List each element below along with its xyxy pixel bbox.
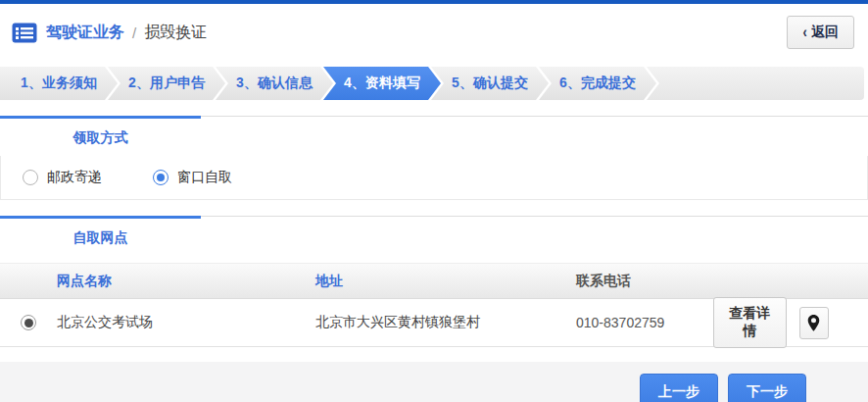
card-list-icon (12, 23, 37, 43)
option-label: 窗口自取 (177, 169, 232, 186)
step-label: 3、确认信息 (236, 75, 313, 92)
step-label: 4、资料填写 (344, 75, 420, 92)
step-label: 1、业务须知 (21, 75, 97, 92)
step-3-confirm-info[interactable]: 3、确认信息 (216, 67, 333, 100)
step-1-business-notice[interactable]: 1、业务须知 (0, 67, 118, 100)
option-postal-delivery[interactable]: 邮政寄递 (23, 169, 102, 186)
row-actions: 查看详情 (713, 297, 868, 348)
breadcrumb-service-title: 驾驶证业务 (46, 23, 124, 43)
section-tab-pickup-outlets: 自取网点 (0, 216, 201, 256)
row-radio-cell (0, 315, 57, 330)
back-button-label: 返回 (811, 24, 839, 41)
section-title: 领取方式 (73, 129, 128, 145)
step-label: 5、确认提交 (452, 75, 528, 92)
option-label: 邮政寄递 (47, 169, 102, 186)
pickup-outlets-section-head: 自取网点 (0, 216, 868, 256)
outlet-name: 北京公交考试场 (57, 314, 315, 331)
map-pin-icon (807, 315, 820, 331)
option-window-pickup[interactable]: 窗口自取 (153, 169, 232, 186)
page-header: 驾驶证业务 / 损毁换证 ‹ 返回 (0, 4, 868, 61)
back-button[interactable]: ‹ 返回 (787, 16, 854, 49)
header-phone: 联系电话 (576, 273, 713, 290)
step-bar-filler (647, 67, 864, 100)
section-title: 自取网点 (73, 229, 128, 245)
radio-unselected-icon[interactable] (23, 170, 38, 185)
row-radio-selected-icon[interactable] (21, 315, 36, 330)
page: 驾驶证业务 / 损毁换证 ‹ 返回 1、业务须知 2、用户申告 3、确认信息 4… (0, 0, 868, 402)
breadcrumb-page-title: 损毁换证 (144, 23, 207, 43)
step-4-fill-data-active[interactable]: 4、资料填写 (323, 67, 441, 100)
footer: 上一步 下一步 (0, 362, 868, 402)
table-row: 北京公交考试场 北京市大兴区黄村镇狼堡村 010-83702759 查看详情 (0, 299, 868, 347)
view-details-button[interactable]: 查看详情 (713, 297, 787, 348)
header-outlet-name: 网点名称 (57, 273, 315, 290)
step-label: 6、完成提交 (559, 75, 636, 92)
step-label: 2、用户申告 (128, 75, 205, 92)
section-tab-pickup-method: 领取方式 (0, 116, 201, 156)
table-header-row: 网点名称 地址 联系电话 (0, 263, 868, 299)
step-6-complete-submit[interactable]: 6、完成提交 (539, 67, 656, 100)
step-progress-bar: 1、业务须知 2、用户申告 3、确认信息 4、资料填写 5、确认提交 6、完成提… (0, 67, 868, 100)
header-address: 地址 (315, 273, 576, 290)
pickup-method-section-head: 领取方式 (0, 116, 868, 156)
outlet-phone: 010-83702759 (576, 315, 713, 330)
step-5-confirm-submit[interactable]: 5、确认提交 (431, 67, 549, 100)
radio-selected-icon[interactable] (153, 170, 169, 185)
next-step-button[interactable]: 下一步 (728, 374, 806, 402)
chevron-left-icon: ‹ (802, 25, 806, 40)
outlet-address: 北京市大兴区黄村镇狼堡村 (315, 314, 576, 331)
step-2-user-declaration[interactable]: 2、用户申告 (108, 67, 225, 100)
outlets-table: 网点名称 地址 联系电话 北京公交考试场 北京市大兴区黄村镇狼堡村 010-83… (0, 263, 868, 347)
breadcrumb-separator: / (132, 25, 136, 41)
prev-step-button[interactable]: 上一步 (640, 374, 718, 402)
map-pin-button[interactable] (799, 307, 829, 339)
pickup-options: 邮政寄递 窗口自取 (0, 156, 868, 200)
